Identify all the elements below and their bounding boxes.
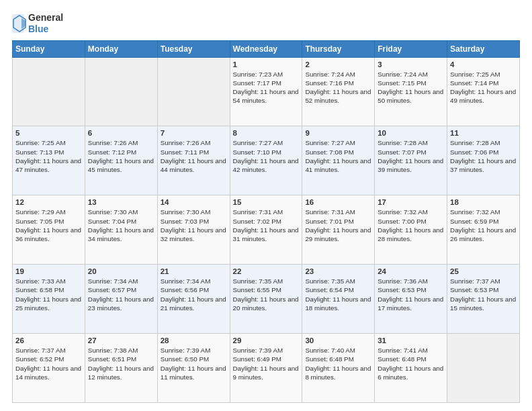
day-cell: 13Sunrise: 7:30 AM Sunset: 7:04 PM Dayli…: [85, 195, 157, 265]
day-number: 29: [233, 336, 300, 345]
day-info: Sunrise: 7:39 AM Sunset: 6:50 PM Dayligh…: [161, 346, 227, 381]
header-cell-tuesday: Tuesday: [157, 40, 230, 57]
day-number: 4: [450, 60, 517, 68]
day-info: Sunrise: 7:31 AM Sunset: 7:01 PM Dayligh…: [305, 208, 371, 243]
day-info: Sunrise: 7:25 AM Sunset: 7:14 PM Dayligh…: [450, 70, 517, 105]
day-number: 18: [450, 198, 517, 206]
day-info: Sunrise: 7:27 AM Sunset: 7:08 PM Dayligh…: [305, 138, 371, 174]
day-cell: [447, 334, 520, 403]
day-number: 3: [378, 60, 444, 68]
day-info: Sunrise: 7:27 AM Sunset: 7:10 PM Dayligh…: [233, 138, 300, 174]
day-number: 1: [233, 60, 300, 68]
day-number: 17: [378, 198, 444, 206]
day-cell: 30Sunrise: 7:40 AM Sunset: 6:48 PM Dayli…: [302, 334, 375, 403]
day-info: Sunrise: 7:29 AM Sunset: 7:05 PM Dayligh…: [15, 208, 82, 243]
day-number: 19: [15, 267, 82, 275]
day-number: 11: [450, 129, 517, 137]
day-info: Sunrise: 7:32 AM Sunset: 7:00 PM Dayligh…: [378, 208, 444, 243]
week-row-5: 26Sunrise: 7:37 AM Sunset: 6:52 PM Dayli…: [13, 334, 520, 403]
header-cell-wednesday: Wednesday: [230, 40, 302, 57]
day-number: 30: [305, 336, 371, 345]
day-info: Sunrise: 7:33 AM Sunset: 6:58 PM Dayligh…: [15, 277, 82, 312]
day-number: 5: [15, 129, 82, 137]
day-number: 31: [378, 336, 444, 345]
day-number: 20: [88, 267, 154, 275]
day-number: 2: [305, 60, 371, 68]
header-cell-friday: Friday: [375, 40, 447, 57]
day-cell: 18Sunrise: 7:32 AM Sunset: 6:59 PM Dayli…: [447, 195, 520, 265]
day-cell: 4Sunrise: 7:25 AM Sunset: 7:14 PM Daylig…: [447, 57, 520, 126]
day-cell: 5Sunrise: 7:25 AM Sunset: 7:13 PM Daylig…: [13, 126, 85, 195]
day-number: 21: [161, 267, 227, 275]
day-info: Sunrise: 7:41 AM Sunset: 6:48 PM Dayligh…: [378, 346, 444, 381]
day-number: 6: [88, 129, 154, 137]
day-cell: 9Sunrise: 7:27 AM Sunset: 7:08 PM Daylig…: [302, 126, 375, 195]
day-cell: 14Sunrise: 7:30 AM Sunset: 7:03 PM Dayli…: [157, 195, 230, 265]
day-info: Sunrise: 7:26 AM Sunset: 7:11 PM Dayligh…: [161, 138, 227, 174]
day-cell: 12Sunrise: 7:29 AM Sunset: 7:05 PM Dayli…: [13, 195, 85, 265]
day-info: Sunrise: 7:31 AM Sunset: 7:02 PM Dayligh…: [233, 208, 300, 243]
week-row-2: 5Sunrise: 7:25 AM Sunset: 7:13 PM Daylig…: [13, 126, 520, 195]
day-info: Sunrise: 7:32 AM Sunset: 6:59 PM Dayligh…: [450, 208, 517, 243]
day-cell: 24Sunrise: 7:36 AM Sunset: 6:53 PM Dayli…: [375, 265, 447, 334]
header-cell-saturday: Saturday: [447, 40, 520, 57]
day-cell: 15Sunrise: 7:31 AM Sunset: 7:02 PM Dayli…: [230, 195, 302, 265]
day-number: 23: [305, 267, 371, 275]
day-cell: [13, 57, 85, 126]
day-cell: 2Sunrise: 7:24 AM Sunset: 7:16 PM Daylig…: [302, 57, 375, 126]
day-number: 9: [305, 129, 371, 137]
day-cell: 29Sunrise: 7:39 AM Sunset: 6:49 PM Dayli…: [230, 334, 302, 403]
day-info: Sunrise: 7:26 AM Sunset: 7:12 PM Dayligh…: [88, 138, 154, 174]
day-number: 24: [378, 267, 444, 275]
day-cell: 10Sunrise: 7:28 AM Sunset: 7:07 PM Dayli…: [375, 126, 447, 195]
day-number: 13: [88, 198, 154, 206]
header-cell-sunday: Sunday: [13, 40, 85, 57]
day-cell: 1Sunrise: 7:23 AM Sunset: 7:17 PM Daylig…: [230, 57, 302, 126]
day-info: Sunrise: 7:37 AM Sunset: 6:52 PM Dayligh…: [15, 346, 82, 381]
day-info: Sunrise: 7:30 AM Sunset: 7:03 PM Dayligh…: [161, 208, 227, 243]
day-cell: 7Sunrise: 7:26 AM Sunset: 7:11 PM Daylig…: [157, 126, 230, 195]
day-info: Sunrise: 7:23 AM Sunset: 7:17 PM Dayligh…: [233, 70, 300, 105]
day-info: Sunrise: 7:34 AM Sunset: 6:57 PM Dayligh…: [88, 277, 154, 312]
logo: General Blue: [12, 12, 63, 35]
logo-emblem-icon: [12, 14, 27, 33]
day-info: Sunrise: 7:36 AM Sunset: 6:53 PM Dayligh…: [378, 277, 444, 312]
day-info: Sunrise: 7:30 AM Sunset: 7:04 PM Dayligh…: [88, 208, 154, 243]
header-cell-monday: Monday: [85, 40, 157, 57]
day-cell: [157, 57, 230, 126]
week-row-4: 19Sunrise: 7:33 AM Sunset: 6:58 PM Dayli…: [13, 265, 520, 334]
day-info: Sunrise: 7:40 AM Sunset: 6:48 PM Dayligh…: [305, 346, 371, 381]
day-number: 25: [450, 267, 517, 275]
week-row-3: 12Sunrise: 7:29 AM Sunset: 7:05 PM Dayli…: [13, 195, 520, 265]
day-number: 8: [233, 129, 300, 137]
day-cell: 28Sunrise: 7:39 AM Sunset: 6:50 PM Dayli…: [157, 334, 230, 403]
day-number: 26: [15, 336, 82, 345]
day-number: 14: [161, 198, 227, 206]
day-cell: 20Sunrise: 7:34 AM Sunset: 6:57 PM Dayli…: [85, 265, 157, 334]
logo-general: General: [28, 12, 63, 24]
day-info: Sunrise: 7:24 AM Sunset: 7:16 PM Dayligh…: [305, 70, 371, 105]
day-info: Sunrise: 7:28 AM Sunset: 7:06 PM Dayligh…: [450, 138, 517, 174]
day-cell: 6Sunrise: 7:26 AM Sunset: 7:12 PM Daylig…: [85, 126, 157, 195]
day-cell: 3Sunrise: 7:24 AM Sunset: 7:15 PM Daylig…: [375, 57, 447, 126]
day-cell: 8Sunrise: 7:27 AM Sunset: 7:10 PM Daylig…: [230, 126, 302, 195]
day-number: 22: [233, 267, 300, 275]
day-cell: 23Sunrise: 7:35 AM Sunset: 6:54 PM Dayli…: [302, 265, 375, 334]
day-cell: 21Sunrise: 7:34 AM Sunset: 6:56 PM Dayli…: [157, 265, 230, 334]
svg-marker-2: [21, 18, 26, 29]
day-info: Sunrise: 7:38 AM Sunset: 6:51 PM Dayligh…: [88, 346, 154, 381]
header-cell-thursday: Thursday: [302, 40, 375, 57]
day-info: Sunrise: 7:24 AM Sunset: 7:15 PM Dayligh…: [378, 70, 444, 105]
day-number: 27: [88, 336, 154, 345]
day-number: 15: [233, 198, 300, 206]
day-cell: 22Sunrise: 7:35 AM Sunset: 6:55 PM Dayli…: [230, 265, 302, 334]
day-info: Sunrise: 7:35 AM Sunset: 6:54 PM Dayligh…: [305, 277, 371, 312]
header: General Blue: [12, 12, 520, 35]
day-number: 7: [161, 129, 227, 137]
day-cell: 25Sunrise: 7:37 AM Sunset: 6:53 PM Dayli…: [447, 265, 520, 334]
day-cell: 26Sunrise: 7:37 AM Sunset: 6:52 PM Dayli…: [13, 334, 85, 403]
day-number: 16: [305, 198, 371, 206]
day-cell: 17Sunrise: 7:32 AM Sunset: 7:00 PM Dayli…: [375, 195, 447, 265]
week-row-1: 1Sunrise: 7:23 AM Sunset: 7:17 PM Daylig…: [13, 57, 520, 126]
day-cell: [85, 57, 157, 126]
